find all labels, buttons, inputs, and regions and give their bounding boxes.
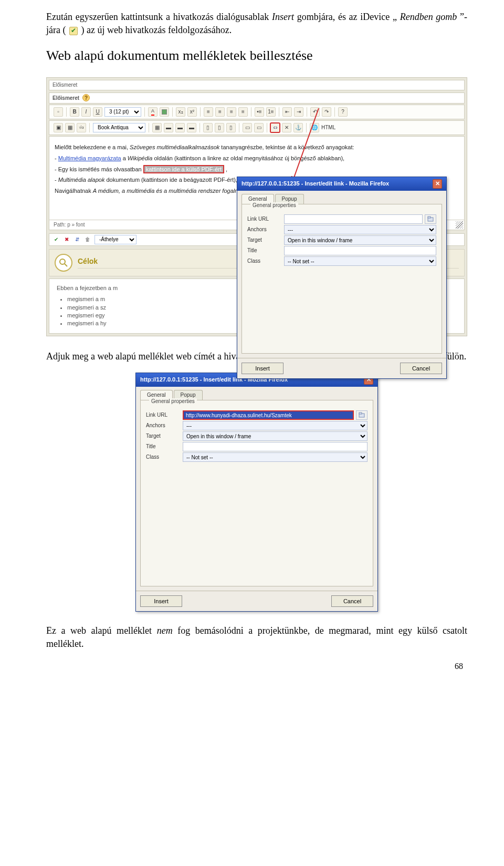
- align-justify-icon[interactable]: ≡: [238, 107, 248, 117]
- title-field-1[interactable]: Előismeret: [49, 80, 465, 90]
- help-toolbar-icon[interactable]: ?: [338, 107, 348, 117]
- ok-check-icon: [69, 27, 78, 35]
- closing-paragraph: Ez a web alapú melléklet nem fog bemásol…: [46, 624, 467, 651]
- trash-icon[interactable]: 🗑: [84, 236, 91, 243]
- italic-icon[interactable]: I: [81, 107, 91, 117]
- col-before-icon[interactable]: ▯: [203, 123, 213, 132]
- math-icon[interactable]: √α: [77, 123, 86, 132]
- page-number: 68: [46, 661, 467, 672]
- link-title-input[interactable]: [183, 442, 368, 451]
- redo-icon[interactable]: ↷: [322, 107, 331, 117]
- row-before-icon[interactable]: ▬: [164, 123, 173, 132]
- bold-icon[interactable]: B: [70, 107, 79, 117]
- help-icon[interactable]: ?: [82, 94, 90, 101]
- link-title-input[interactable]: [284, 246, 436, 255]
- insert-media-icon[interactable]: ▦: [65, 123, 75, 132]
- list-bullet-icon[interactable]: •≡: [255, 107, 264, 117]
- undo-icon[interactable]: ↶: [310, 107, 320, 117]
- class-select[interactable]: -- Not set --: [183, 452, 368, 462]
- target-select[interactable]: Open in this window / frame: [183, 431, 368, 441]
- target-select[interactable]: Open in this window / frame: [284, 235, 436, 245]
- general-properties-fieldset: General properties Link URL Anchors --- …: [140, 400, 373, 586]
- table-icon[interactable]: ▦: [152, 123, 162, 132]
- svg-rect-4: [428, 217, 430, 218]
- browse-url-icon[interactable]: [425, 214, 436, 224]
- nem-italic: nem: [157, 625, 173, 636]
- superscript-icon[interactable]: x²: [187, 107, 197, 117]
- cancel-x-icon[interactable]: ✖: [63, 236, 70, 243]
- wiki-link[interactable]: Multimédia magyarázata: [58, 155, 121, 161]
- class-select[interactable]: -- Not set --: [284, 256, 436, 266]
- browse-url-icon[interactable]: [356, 410, 368, 420]
- link-url-input[interactable]: [183, 410, 354, 420]
- row-after-icon[interactable]: ▬: [175, 123, 185, 132]
- cancel-button[interactable]: Cancel: [331, 595, 373, 607]
- anchors-label: Anchors: [146, 422, 183, 429]
- col-after-icon[interactable]: ▯: [215, 123, 224, 132]
- split-cells-icon[interactable]: ▭: [254, 123, 264, 132]
- move-idevice-select[interactable]: -Áthelye: [94, 235, 136, 244]
- intro-paragraph: Ezután egyszerűen kattintsunk a hivatkoz…: [46, 11, 467, 37]
- svg-line-1: [65, 264, 67, 266]
- merge-cells-icon[interactable]: ▭: [243, 123, 252, 132]
- row-delete-icon[interactable]: ▬: [187, 123, 196, 132]
- swap-icon[interactable]: ⇵: [74, 236, 81, 243]
- magnifier-icon: [55, 254, 72, 272]
- insert-image-icon[interactable]: ▣: [54, 123, 63, 132]
- subscript-icon[interactable]: x₂: [176, 107, 185, 117]
- align-center-icon[interactable]: ≡: [215, 107, 225, 117]
- align-left-icon[interactable]: ≡: [204, 107, 213, 117]
- title-label: Title: [247, 247, 284, 254]
- insert-button[interactable]: Insert: [140, 595, 182, 607]
- remove-link-icon[interactable]: ✕: [282, 123, 291, 132]
- svg-rect-6: [359, 413, 362, 414]
- font-size-select[interactable]: 3 (12 pt): [104, 107, 141, 117]
- html-button[interactable]: HTML: [321, 124, 335, 131]
- target-label: Target: [146, 432, 183, 440]
- title-label: Title: [146, 443, 183, 450]
- indent-icon[interactable]: ⇥: [294, 107, 303, 117]
- link-url-label: Link URL: [247, 215, 284, 223]
- target-label: Target: [247, 236, 284, 244]
- col-delete-icon[interactable]: ▯: [226, 123, 236, 132]
- rendben-gomb-italic: Rendben gomb: [400, 12, 457, 22]
- class-label: Class: [247, 257, 284, 265]
- anchors-label: Anchors: [247, 226, 284, 233]
- selected-text: kattintson ide a külső PDF-ért: [143, 165, 224, 173]
- bg-color-icon[interactable]: [160, 107, 169, 117]
- general-properties-fieldset: General properties Link URL Anchors --- …: [242, 204, 442, 354]
- outdent-icon[interactable]: ⇤: [282, 107, 292, 117]
- link-dialog: http://127.0.0.1:51235 - Insert/edit lin…: [237, 177, 447, 379]
- toolbar-row-2: ▣ ▦ √α Book Antiqua ▦ ▬ ▬ ▬ ▯ ▯ ▯ ▭ ▭ ✕ …: [49, 120, 465, 135]
- font-name-select[interactable]: Book Antiqua: [93, 123, 145, 132]
- toolbar-row-1: ▫ B I U 3 (12 pt) A x₂ x² ≡ ≡ ≡ ≡ •≡ 1≡ …: [49, 105, 465, 119]
- link-dialog-2: http://127.0.0.1:51235 - Insert/edit lin…: [135, 373, 378, 612]
- list-number-icon[interactable]: 1≡: [266, 107, 276, 117]
- insert-word-italic: Insert: [272, 12, 294, 22]
- svg-point-0: [60, 259, 65, 264]
- resize-handle-icon[interactable]: [456, 221, 463, 229]
- title-field-2[interactable]: Előismeret?: [49, 92, 465, 104]
- anchors-select[interactable]: ---: [183, 421, 368, 430]
- link-url-label: Link URL: [146, 411, 183, 419]
- insert-button[interactable]: Insert: [242, 363, 284, 374]
- globe-icon[interactable]: 🌐: [310, 123, 319, 132]
- underline-icon[interactable]: U: [93, 107, 102, 117]
- align-right-icon[interactable]: ≡: [227, 107, 236, 117]
- close-icon[interactable]: ✕: [433, 179, 442, 189]
- link-url-input[interactable]: [284, 214, 423, 224]
- new-doc-icon[interactable]: ▫: [54, 107, 63, 117]
- section-heading: Web alapú dokumentum mellékletek beilles…: [46, 46, 467, 65]
- anchor-icon[interactable]: ⚓: [293, 123, 303, 132]
- anchors-select[interactable]: ---: [284, 225, 436, 234]
- cancel-button[interactable]: Cancel: [400, 363, 442, 374]
- editor-screenshot: Előismeret Előismeret? ▫ B I U 3 (12 pt)…: [46, 77, 467, 336]
- dialog-titlebar[interactable]: http://127.0.0.1:51235 - Insert/edit lin…: [237, 177, 446, 191]
- font-color-icon[interactable]: A: [148, 107, 158, 117]
- class-label: Class: [146, 453, 183, 461]
- insert-link-icon[interactable]: [270, 123, 280, 132]
- ok-icon[interactable]: ✔: [52, 236, 60, 243]
